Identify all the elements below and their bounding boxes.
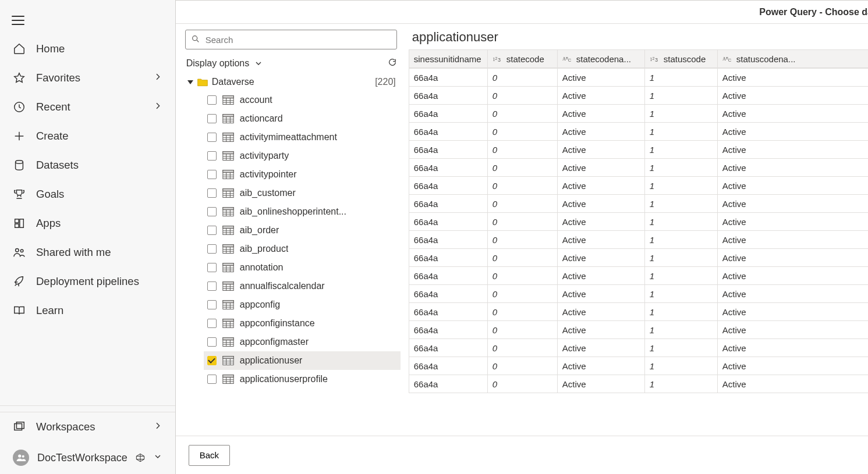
table-row[interactable]: 66a4a0Active1Active bbox=[409, 357, 868, 375]
checkbox[interactable] bbox=[207, 133, 217, 142]
table-row[interactable]: 66a4a0Active1Active bbox=[409, 123, 868, 141]
column-header[interactable]: statuscode bbox=[644, 50, 717, 68]
tree-root-count: [220] bbox=[375, 77, 398, 87]
expand-collapse-icon[interactable] bbox=[187, 79, 193, 85]
cell: 66a4a bbox=[409, 249, 487, 267]
tree-item[interactable]: activityparty bbox=[204, 147, 401, 165]
tree-item[interactable]: appconfigmaster bbox=[204, 333, 401, 351]
table-row[interactable]: 66a4a0Active1Active bbox=[409, 267, 868, 285]
tree-item-label: actioncard bbox=[240, 113, 283, 124]
shared-icon bbox=[13, 246, 26, 259]
checkbox[interactable] bbox=[207, 375, 217, 384]
table-row[interactable]: 66a4a0Active1Active bbox=[409, 177, 868, 195]
cell: Active bbox=[557, 69, 644, 87]
sidebar-item-workspaces[interactable]: Workspaces bbox=[0, 412, 175, 441]
column-header[interactable]: statecode bbox=[487, 50, 557, 68]
table-row[interactable]: 66a4a0Active1Active bbox=[409, 195, 868, 213]
cell: 0 bbox=[487, 339, 557, 357]
sidebar-item-recent[interactable]: Recent bbox=[0, 92, 175, 122]
cell: 0 bbox=[487, 249, 557, 267]
sidebar-item-favorites[interactable]: Favorites bbox=[0, 63, 175, 92]
tree-item[interactable]: aib_order bbox=[204, 221, 401, 240]
checkbox[interactable] bbox=[207, 244, 217, 254]
sidebar-item-create[interactable]: Create bbox=[0, 122, 175, 151]
checkbox[interactable] bbox=[207, 151, 217, 161]
cell: 66a4a bbox=[409, 231, 487, 249]
checkbox[interactable] bbox=[207, 319, 217, 328]
cell: 1 bbox=[644, 339, 717, 357]
table-row[interactable]: 66a4a0Active1Active bbox=[409, 105, 868, 123]
cell: 1 bbox=[644, 375, 717, 393]
table-row[interactable]: 66a4a0Active1Active bbox=[409, 249, 868, 267]
table-row[interactable]: 66a4a0Active1Active bbox=[409, 213, 868, 231]
clock-icon bbox=[13, 101, 26, 113]
tree-root[interactable]: Dataverse [220] bbox=[185, 73, 401, 91]
tree-item[interactable]: activitypointer bbox=[204, 165, 401, 184]
sidebar-item-apps[interactable]: Apps bbox=[0, 209, 175, 238]
checkbox[interactable] bbox=[207, 207, 217, 216]
table-row[interactable]: 66a4a0Active1Active bbox=[409, 69, 868, 87]
table-row[interactable]: 66a4a0Active1Active bbox=[409, 321, 868, 339]
back-button[interactable]: Back bbox=[189, 445, 230, 466]
cell: 0 bbox=[487, 69, 557, 87]
tree-item-label: appconfig bbox=[240, 300, 280, 310]
tree-item[interactable]: aib_customer bbox=[204, 184, 401, 202]
tree-item[interactable]: applicationuser bbox=[204, 351, 401, 370]
table-row[interactable]: 66a4a0Active1Active bbox=[409, 141, 868, 159]
tree-item-label: appconfiginstance bbox=[240, 318, 315, 329]
table-icon bbox=[222, 337, 234, 347]
horizontal-scrollbar[interactable] bbox=[409, 425, 868, 436]
column-header[interactable]: sinessunitidname bbox=[409, 50, 487, 68]
checkbox[interactable] bbox=[207, 226, 217, 235]
tree-item[interactable]: aib_product bbox=[204, 240, 401, 258]
table-row[interactable]: 66a4a0Active1Active bbox=[409, 303, 868, 321]
sidebar-item-shared-with-me[interactable]: Shared with me bbox=[0, 238, 175, 267]
table-row[interactable]: 66a4a0Active1Active bbox=[409, 339, 868, 357]
table-row[interactable]: 66a4a0Active1Active bbox=[409, 375, 868, 393]
checkbox[interactable] bbox=[207, 337, 217, 347]
display-options-button[interactable]: Display options bbox=[186, 58, 250, 69]
table-icon bbox=[222, 262, 234, 273]
preview-grid-body-scroll[interactable]: 66a4a0Active1Active66a4a0Active1Active66… bbox=[409, 68, 868, 425]
checkbox[interactable] bbox=[207, 188, 217, 198]
cell: 0 bbox=[487, 87, 557, 105]
cell: Active bbox=[557, 303, 644, 321]
refresh-navigator-button[interactable] bbox=[388, 58, 397, 69]
current-workspace[interactable]: DocTestWorkspace bbox=[0, 441, 175, 474]
tree-scroll[interactable]: Dataverse [220] account actioncard activ… bbox=[185, 73, 403, 430]
checkbox[interactable] bbox=[207, 281, 217, 291]
table-row[interactable]: 66a4a0Active1Active bbox=[409, 231, 868, 249]
table-row[interactable]: 66a4a0Active1Active bbox=[409, 87, 868, 105]
cell: Active bbox=[557, 231, 644, 249]
checkbox[interactable] bbox=[207, 263, 217, 272]
column-header[interactable]: statecodena... bbox=[557, 50, 644, 68]
tree-item[interactable]: annualfiscalcalendar bbox=[204, 277, 401, 295]
tree-item[interactable]: aib_onlineshopperintent... bbox=[204, 202, 401, 221]
hamburger-button[interactable] bbox=[0, 0, 175, 31]
table-row[interactable]: 66a4a0Active1Active bbox=[409, 285, 868, 303]
search-input[interactable] bbox=[185, 30, 397, 49]
tree-item[interactable]: appconfiginstance bbox=[204, 314, 401, 333]
checkbox[interactable] bbox=[207, 95, 217, 105]
checkbox[interactable] bbox=[207, 114, 217, 123]
cell: 66a4a bbox=[409, 303, 487, 321]
checkbox[interactable] bbox=[207, 170, 217, 179]
sidebar-item-datasets[interactable]: Datasets bbox=[0, 151, 175, 180]
table-icon bbox=[222, 169, 234, 180]
sidebar-item-home[interactable]: Home bbox=[0, 34, 175, 63]
checkbox[interactable] bbox=[207, 300, 217, 309]
tree-item[interactable]: annotation bbox=[204, 258, 401, 277]
column-header[interactable]: statuscodena... bbox=[717, 50, 868, 68]
tree-item[interactable]: activitymimeattachment bbox=[204, 128, 401, 147]
tree-item-label: aib_product bbox=[240, 244, 289, 254]
sidebar-item-goals[interactable]: Goals bbox=[0, 180, 175, 209]
tree-item[interactable]: appconfig bbox=[204, 295, 401, 314]
sidebar-item-learn[interactable]: Learn bbox=[0, 296, 175, 325]
sidebar-item-deployment-pipelines[interactable]: Deployment pipelines bbox=[0, 267, 175, 296]
sidebar-item-label: Apps bbox=[36, 217, 61, 230]
table-row[interactable]: 66a4a0Active1Active bbox=[409, 159, 868, 177]
tree-item[interactable]: applicationuserprofile bbox=[204, 370, 401, 389]
checkbox[interactable] bbox=[207, 356, 217, 365]
tree-item[interactable]: account bbox=[204, 91, 401, 109]
tree-item[interactable]: actioncard bbox=[204, 109, 401, 128]
